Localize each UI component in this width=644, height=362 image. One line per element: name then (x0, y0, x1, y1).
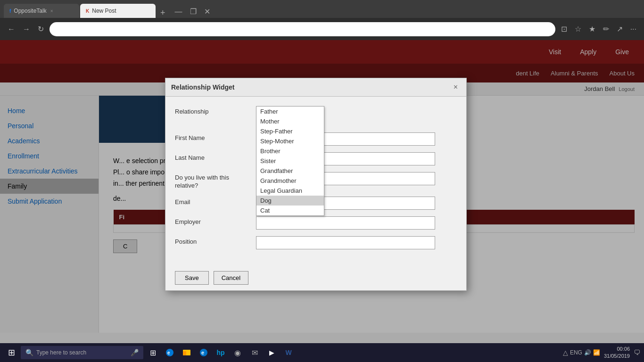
explorer-icon[interactable] (180, 346, 193, 359)
option-sister[interactable]: Sister (256, 156, 324, 166)
close-window-button[interactable]: ✕ (202, 5, 212, 18)
new-tab-button[interactable]: + (157, 8, 169, 18)
modal-footer: Save Cancel (165, 265, 466, 290)
edge-icon[interactable]: e (163, 346, 176, 359)
favorites-button[interactable]: ★ (587, 23, 597, 35)
position-label: Position (175, 236, 250, 245)
time-display[interactable]: 00:06 31/05/2019 (604, 346, 630, 360)
windows-icon: ⊞ (8, 347, 15, 358)
share-button[interactable]: ↗ (615, 23, 625, 35)
cancel-button[interactable]: Cancel (214, 271, 248, 285)
tab-label: OppositeTalk (14, 8, 46, 14)
employer-row: Employer (175, 216, 457, 230)
address-input[interactable] (50, 22, 555, 36)
option-step-mother[interactable]: Step-Mother (256, 136, 324, 146)
refresh-button[interactable]: ↻ (36, 23, 46, 35)
svg-text:e: e (201, 350, 204, 355)
taskbar-search[interactable]: 🔍 Type here to search 🎤 (21, 346, 143, 359)
more-button[interactable]: ··· (628, 23, 638, 35)
action-center-icon[interactable]: 🗨 (634, 349, 640, 356)
network-icon[interactable]: 📶 (593, 349, 600, 356)
tab-close-1[interactable]: × (50, 8, 53, 14)
page-content: Visit Apply Give dent Life Alumni & Pare… (0, 40, 644, 343)
taskbar: ⊞ 🔍 Type here to search 🎤 ⊞ e e hp ◉ ✉ ▶… (0, 343, 644, 362)
start-button[interactable]: ⊞ (4, 345, 19, 360)
notification-icon[interactable]: △ (563, 349, 568, 356)
taskbar-right: △ ENG 🔊 📶 00:06 31/05/2019 🗨 (563, 346, 640, 360)
modal-header: Relationship Widget × (165, 78, 466, 97)
relationship-widget-modal: Relationship Widget × Relationship Fathe… (165, 78, 467, 291)
save-button[interactable]: Save (175, 271, 209, 285)
split-view-button[interactable]: ⊡ (559, 23, 569, 35)
modal-close-button[interactable]: × (451, 82, 461, 92)
browser-chrome: f OppositeTalk × K New Post + — ❐ ✕ ← → … (0, 0, 644, 40)
bookmark-button[interactable]: ☆ (573, 23, 583, 35)
position-row: Position (175, 236, 457, 249)
relationship-row: Relationship Father Mother Step-Father S… (175, 106, 457, 119)
minimize-button[interactable]: — (173, 6, 184, 18)
live-with-label: Do you live with this relative? (175, 172, 250, 190)
microphone-icon: 🎤 (131, 349, 139, 356)
option-mother[interactable]: Mother (256, 116, 324, 126)
system-icons: △ ENG 🔊 📶 (563, 349, 600, 356)
employer-label: Employer (175, 216, 250, 225)
back-button[interactable]: ← (6, 23, 17, 35)
option-grandfather[interactable]: Grandfather (256, 166, 324, 176)
option-legal-guardian[interactable]: Legal Guardian (256, 186, 324, 196)
option-grandmother[interactable]: Grandmother (256, 176, 324, 186)
terminal-icon[interactable]: ▶ (265, 346, 278, 359)
tab-newpost[interactable]: K New Post (80, 4, 156, 18)
tab-label-2: New Post (92, 8, 116, 14)
email-label: Email (175, 197, 250, 206)
option-cat[interactable]: Cat (256, 206, 324, 215)
option-brother[interactable]: Brother (256, 146, 324, 156)
tab-oppositeTalk[interactable]: f OppositeTalk × (4, 4, 79, 18)
keyboard-icon: ENG (570, 349, 582, 356)
word-icon[interactable]: W (282, 346, 295, 359)
relationship-dropdown-wrapper: Father Mother Step-Father Step-Mother Br… (256, 106, 457, 119)
modal-title: Relationship Widget (171, 83, 234, 91)
option-father[interactable]: Father (256, 107, 324, 116)
option-dog[interactable]: Dog (256, 196, 324, 206)
ie-icon[interactable]: e (197, 346, 210, 359)
first-name-label: First Name (175, 132, 250, 141)
svg-rect-3 (183, 351, 186, 355)
modal-body: Relationship Father Mother Step-Father S… (165, 97, 466, 265)
facebook-favicon: f (9, 8, 11, 14)
date: 31/05/2019 (604, 353, 630, 360)
tab-bar: f OppositeTalk × K New Post + — ❐ ✕ (0, 0, 644, 18)
search-placeholder: Type here to search (36, 349, 86, 356)
k-favicon: K (86, 8, 89, 14)
search-icon: 🔍 (25, 349, 33, 356)
media-icon[interactable]: ◉ (231, 346, 244, 359)
option-step-father[interactable]: Step-Father (256, 126, 324, 136)
hp-icon[interactable]: hp (214, 346, 227, 359)
mail-icon[interactable]: ✉ (248, 346, 261, 359)
restore-button[interactable]: ❐ (188, 5, 198, 18)
employer-input[interactable] (256, 216, 435, 230)
relationship-dropdown-list: Father Mother Step-Father Step-Mother Br… (256, 106, 324, 216)
address-bar: ← → ↻ ⊡ ☆ ★ ✏ ↗ ··· (0, 18, 644, 40)
clock: 00:06 (604, 346, 630, 353)
last-name-label: Last Name (175, 152, 250, 161)
volume-icon[interactable]: 🔊 (584, 349, 591, 356)
relationship-label: Relationship (175, 106, 250, 115)
modal-overlay: Relationship Widget × Relationship Fathe… (0, 40, 644, 343)
position-input[interactable] (256, 236, 435, 249)
svg-text:e: e (167, 350, 170, 355)
notes-button[interactable]: ✏ (601, 23, 611, 35)
taskview-icon[interactable]: ⊞ (146, 346, 159, 359)
forward-button[interactable]: → (21, 23, 32, 35)
